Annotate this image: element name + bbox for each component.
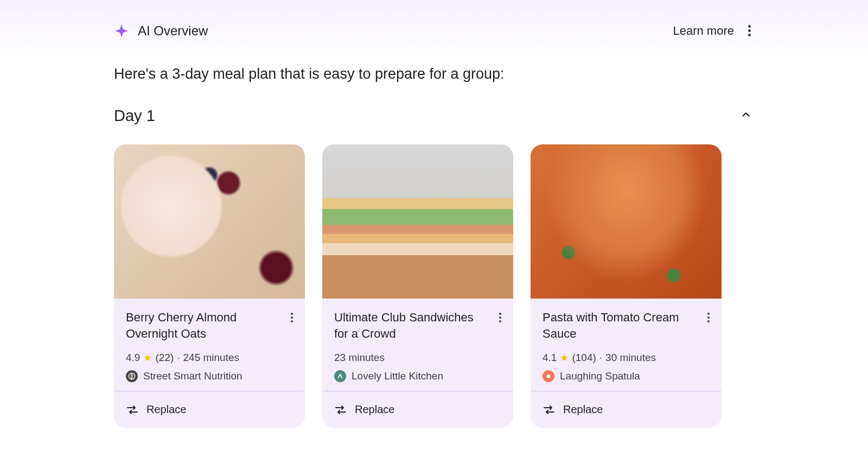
meal-card[interactable]: Berry Cherry Almond Overnight Oats 4.9 ★… (114, 144, 305, 428)
source-name: Lovely Little Kitchen (352, 370, 443, 382)
chevron-up-icon[interactable] (738, 106, 754, 125)
source-name: Laughing Spatula (560, 370, 640, 382)
replace-button[interactable]: Replace (114, 391, 305, 428)
header-right: Learn more (673, 22, 754, 40)
duration: 245 minutes (183, 352, 240, 364)
replace-label: Replace (355, 403, 394, 416)
replace-label: Replace (146, 403, 186, 416)
rating-value: 4.1 (542, 352, 557, 364)
swap-icon (334, 404, 347, 416)
svg-point-0 (129, 373, 135, 379)
review-count: (22) (155, 352, 174, 364)
sparkle-icon (114, 23, 129, 39)
header-more-menu[interactable] (745, 22, 754, 40)
header-left: AI Overview (114, 23, 208, 39)
swap-icon (126, 404, 139, 416)
star-icon: ★ (560, 352, 569, 364)
rating-value: 4.9 (126, 352, 140, 364)
svg-point-1 (546, 374, 550, 378)
star-icon: ★ (143, 352, 152, 364)
meal-meta: 23 minutes (334, 352, 501, 364)
duration: 30 minutes (605, 352, 656, 364)
separator: · (177, 352, 180, 364)
replace-label: Replace (563, 403, 603, 416)
source-favicon (126, 370, 138, 382)
replace-button[interactable]: Replace (531, 391, 722, 428)
swap-icon (542, 404, 556, 416)
meal-source: Street Smart Nutrition (126, 370, 293, 382)
intro-text: Here's a 3-day meal plan that is easy to… (114, 66, 754, 83)
meal-card[interactable]: Ultimate Club Sandwiches for a Crowd 23 … (322, 144, 513, 428)
source-favicon (542, 370, 554, 382)
ai-overview-header: AI Overview Learn more (114, 22, 754, 40)
meal-title: Pasta with Tomato Cream Sauce (542, 309, 710, 342)
meal-meta: 4.1 ★ (104) · 30 minutes (542, 352, 710, 364)
meal-image (322, 144, 513, 299)
replace-button[interactable]: Replace (322, 391, 513, 428)
review-count: (104) (572, 352, 596, 364)
card-more-menu[interactable] (497, 311, 503, 325)
meal-source: Lovely Little Kitchen (334, 370, 501, 382)
duration: 23 minutes (334, 352, 385, 364)
meal-cards: Berry Cherry Almond Overnight Oats 4.9 ★… (114, 144, 754, 428)
meal-card[interactable]: Pasta with Tomato Cream Sauce 4.1 ★ (104… (531, 144, 722, 428)
meal-title: Berry Cherry Almond Overnight Oats (126, 309, 293, 342)
source-favicon (334, 370, 346, 382)
separator: · (599, 352, 602, 364)
card-more-menu[interactable] (705, 311, 712, 325)
meal-image (531, 144, 722, 299)
day-header-row[interactable]: Day 1 (114, 106, 754, 125)
day-label: Day 1 (114, 107, 155, 125)
meal-meta: 4.9 ★ (22) · 245 minutes (126, 352, 293, 364)
header-title: AI Overview (138, 23, 208, 39)
card-more-menu[interactable] (289, 311, 295, 325)
source-name: Street Smart Nutrition (143, 370, 242, 382)
learn-more-link[interactable]: Learn more (673, 24, 734, 38)
meal-image (114, 144, 305, 299)
meal-title: Ultimate Club Sandwiches for a Crowd (334, 309, 501, 342)
meal-source: Laughing Spatula (542, 370, 710, 382)
